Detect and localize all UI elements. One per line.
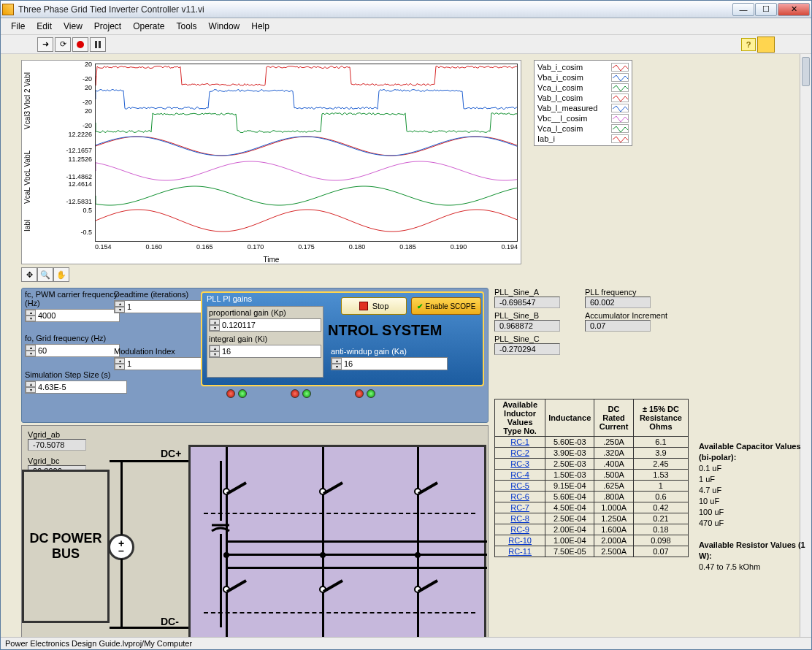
status-leds xyxy=(226,389,375,398)
menu-edit[interactable]: Edit xyxy=(32,20,56,33)
led-red xyxy=(291,389,299,398)
inductor-link[interactable]: RC-2 xyxy=(510,448,529,457)
fc-label: fc, PWM carrier frequency (Hz) xyxy=(25,290,120,307)
run-button[interactable]: ➜ xyxy=(37,37,53,52)
table-row: RC-65.60E-04.800A0.6 xyxy=(495,492,689,502)
table-row: RC-82.50E-041.250A0.21 xyxy=(495,513,689,524)
deadtime-label: Deadtime (iterations) xyxy=(114,290,202,299)
graph-palette: ✥ 🔍 ✋ xyxy=(21,267,69,282)
inductor-link[interactable]: RC-1 xyxy=(510,437,529,446)
legend-item[interactable]: Vca_l_cosim xyxy=(536,123,630,134)
legend-item[interactable]: Vbc__l_cosim xyxy=(536,113,630,123)
dc-plus-label: DC+ xyxy=(161,448,181,459)
kp-value[interactable] xyxy=(220,319,300,331)
step-label: Simulation Step Size (s) xyxy=(25,370,127,379)
fo-input[interactable]: ▴▾ xyxy=(25,344,120,357)
capacitor-resistor-info: Available Capacitor Values (bi-polar): 0… xyxy=(699,441,811,573)
waveform-chart[interactable]: Vcal3 Vbcl 2 VabI VcaL VbcL VabL IabI 20… xyxy=(21,60,521,264)
led-green xyxy=(367,389,375,398)
checkmark-icon: ✔ xyxy=(417,302,423,310)
menu-operate[interactable]: Operate xyxy=(129,20,169,33)
kp-input[interactable]: ▴▾ xyxy=(209,318,321,332)
led-green xyxy=(302,389,311,398)
inductor-link[interactable]: RC-8 xyxy=(510,514,529,523)
sineA-value: -0.698547 xyxy=(494,297,560,308)
maximize-button[interactable]: ☐ xyxy=(755,3,777,16)
table-row: RC-74.50E-041.000A0.42 xyxy=(495,502,689,513)
menu-project[interactable]: Project xyxy=(90,20,126,33)
toolbar: ➜ ⟳ ? xyxy=(1,35,811,54)
pll-readouts: PLL_Sine_A-0.698547 PLL_Sine_B0.968872 P… xyxy=(494,288,560,358)
table-row: RC-41.50E-03.500A1.53 xyxy=(495,470,689,481)
close-button[interactable]: ✕ xyxy=(778,3,810,16)
inductor-link[interactable]: RC-7 xyxy=(510,503,529,512)
fc-value[interactable] xyxy=(36,310,76,321)
inductor-link[interactable]: RC-4 xyxy=(510,470,529,479)
legend-item[interactable]: Iab_i xyxy=(536,134,630,144)
deadtime-value[interactable] xyxy=(125,301,165,313)
pan-icon[interactable]: ✋ xyxy=(53,267,69,282)
ka-value[interactable] xyxy=(342,358,437,370)
menu-file[interactable]: File xyxy=(7,20,29,33)
menu-window[interactable]: Window xyxy=(204,20,245,33)
table-header-current: DC Rated Current xyxy=(594,399,634,437)
dc-minus-label: DC- xyxy=(161,616,179,627)
plot-legend[interactable]: Vab_i_cosimVba_i_cosimVca_i_cosimVab_l_c… xyxy=(534,60,632,146)
legend-item[interactable]: Vab_l_cosim xyxy=(536,93,630,103)
deadtime-input[interactable]: ▴▾ xyxy=(114,300,202,313)
pllfreq-label: PLL frequency xyxy=(585,288,667,297)
led-red xyxy=(355,389,364,398)
menu-help[interactable]: Help xyxy=(247,20,274,33)
run-continuous-button[interactable]: ⟳ xyxy=(55,37,71,52)
app-icon xyxy=(2,4,14,15)
status-bar: Power Electronics Design Guide.lvproj/My… xyxy=(1,637,811,649)
abort-button[interactable] xyxy=(72,37,88,52)
inductor-link[interactable]: RC-6 xyxy=(510,492,529,501)
legend-item[interactable]: Vab_l_measured xyxy=(536,103,630,113)
ka-input[interactable]: ▴▾ xyxy=(331,357,448,370)
modindex-input[interactable]: ▴▾ xyxy=(114,357,202,370)
pll-box-label: PLL PI gains xyxy=(207,294,252,303)
freq-readouts: PLL frequency60.002 Accumulator Incremen… xyxy=(585,288,667,334)
kp-label: proportional gain (Kp) xyxy=(209,308,321,317)
cursor-move-icon[interactable]: ✥ xyxy=(21,267,37,282)
inverter-bridge xyxy=(188,445,486,637)
ki-value[interactable] xyxy=(220,345,300,357)
menu-tools[interactable]: Tools xyxy=(172,20,202,33)
table-row: RC-15.60E-03.250A6.1 xyxy=(495,437,689,448)
sineC-value: -0.270294 xyxy=(494,343,560,355)
capacitor-icon xyxy=(207,521,234,537)
fo-label: fo, Grid frequency (Hz) xyxy=(25,334,120,343)
enable-scope-button[interactable]: ✔ Enable SCOPE xyxy=(411,297,481,315)
table-row: RC-59.15E-04.625A1 xyxy=(495,481,689,492)
modindex-label: Modulation Index xyxy=(114,347,202,356)
step-input[interactable]: ▴▾ xyxy=(25,381,127,394)
legend-item[interactable]: Vca_i_cosim xyxy=(536,83,630,93)
inductor-link[interactable]: RC-9 xyxy=(510,525,529,534)
stop-button[interactable]: Stop xyxy=(341,297,407,315)
help-button[interactable]: ? xyxy=(741,38,756,51)
pause-button[interactable] xyxy=(90,37,106,52)
minimize-button[interactable]: — xyxy=(732,3,754,16)
modindex-value[interactable] xyxy=(125,358,165,370)
table-row: RC-92.00E-041.600A0.18 xyxy=(495,524,689,535)
legend-item[interactable]: Vab_i_cosim xyxy=(536,62,630,72)
menu-view[interactable]: View xyxy=(59,20,87,33)
vi-icon[interactable] xyxy=(757,37,775,53)
inductor-link[interactable]: RC-10 xyxy=(508,536,532,545)
inductor-link[interactable]: RC-11 xyxy=(508,547,532,556)
fo-value[interactable] xyxy=(36,345,76,356)
titlebar: Three Phase Grid Tied Inverter Controlle… xyxy=(1,1,811,18)
accinc-label: Accumulator Increment xyxy=(585,311,667,320)
legend-item[interactable]: Vba_i_cosim xyxy=(536,72,630,83)
zoom-icon[interactable]: 🔍 xyxy=(37,267,53,282)
led-red xyxy=(226,389,235,398)
table-header-inductance: Inductance xyxy=(545,399,594,437)
step-value[interactable] xyxy=(36,381,76,393)
pllfreq-value: 60.002 xyxy=(585,297,651,308)
fc-input[interactable]: ▴▾ xyxy=(25,309,120,322)
inductor-link[interactable]: RC-3 xyxy=(510,459,529,468)
ka-label: anti-windup gain (Ka) xyxy=(331,347,448,356)
ki-input[interactable]: ▴▾ xyxy=(209,345,321,358)
inductor-link[interactable]: RC-5 xyxy=(510,481,529,490)
